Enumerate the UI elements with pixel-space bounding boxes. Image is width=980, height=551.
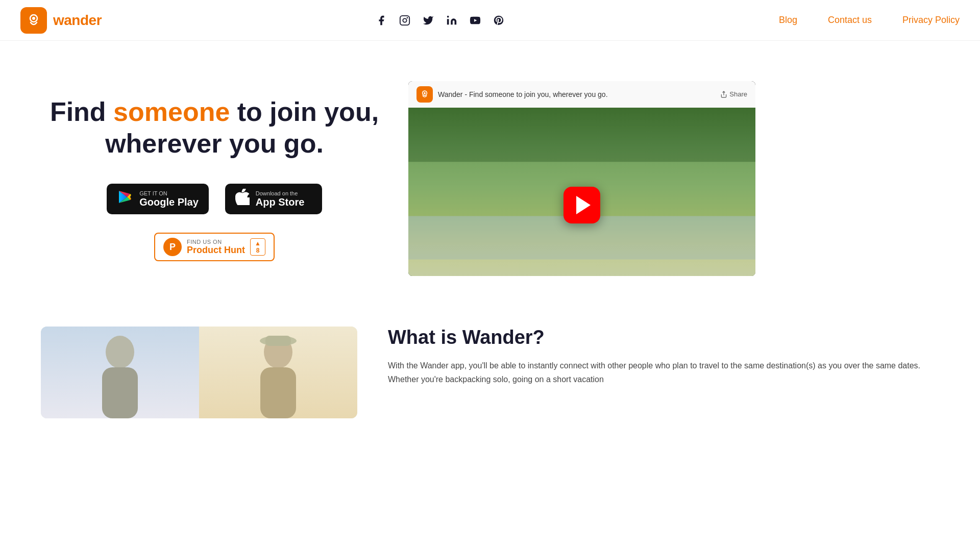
svg-rect-15 <box>102 367 138 418</box>
split-image <box>41 327 357 418</box>
svg-point-1 <box>32 17 35 20</box>
app-store-small-text: Download on the <box>256 190 305 196</box>
logo-area[interactable]: wander <box>20 7 102 34</box>
hero-left: Find someone to join you, wherever you g… <box>41 96 388 262</box>
upvote-count: 8 <box>256 247 260 254</box>
app-store-large-text: App Store <box>256 196 305 208</box>
product-hunt-name: Product Hunt <box>187 245 245 256</box>
product-hunt-text: FIND US ON Product Hunt <box>187 239 245 256</box>
app-store-button[interactable]: Download on the App Store <box>225 184 322 214</box>
video-thumbnail[interactable]: Watch on YouTube Wander <box>408 108 755 277</box>
google-play-icon <box>117 189 133 209</box>
google-play-large-text: Google Play <box>139 196 199 208</box>
photo-collage <box>41 327 357 418</box>
instagram-icon[interactable] <box>398 13 412 28</box>
bottom-section: What is Wander? With the Wander app, you… <box>0 306 980 439</box>
google-play-button[interactable]: GET IT ON Google Play <box>107 184 209 214</box>
google-play-small-text: GET IT ON <box>139 190 199 196</box>
social-icons <box>374 13 506 28</box>
facebook-icon[interactable] <box>374 13 388 28</box>
heading-part2: to join you, <box>230 97 379 127</box>
svg-rect-2 <box>400 15 409 24</box>
video-header: Wander - Find someone to join you, where… <box>408 81 755 108</box>
product-hunt-icon: P <box>163 238 182 256</box>
hero-heading: Find someone to join you, wherever you g… <box>41 96 388 160</box>
app-buttons: GET IT ON Google Play Download on the Ap… <box>41 184 388 214</box>
svg-rect-13 <box>408 259 755 276</box>
apple-icon <box>235 189 250 209</box>
privacy-link[interactable]: Privacy Policy <box>902 15 960 26</box>
product-hunt-small-text: FIND US ON <box>187 239 245 245</box>
person-photo-left <box>41 327 199 418</box>
svg-point-5 <box>447 15 449 17</box>
svg-point-3 <box>403 18 407 22</box>
person-photo-right <box>199 327 357 418</box>
upvote-icon: ▲ <box>255 240 261 247</box>
linkedin-icon[interactable] <box>445 13 459 28</box>
svg-rect-19 <box>265 336 291 346</box>
what-is-description: With the Wander app, you'll be able to i… <box>388 359 939 386</box>
what-is-section: What is Wander? With the Wander app, you… <box>388 327 939 386</box>
youtube-icon[interactable] <box>468 13 482 28</box>
product-hunt-upvote[interactable]: ▲ 8 <box>250 238 265 256</box>
twitter-icon[interactable] <box>421 13 435 28</box>
svg-point-8 <box>424 92 426 94</box>
play-button[interactable] <box>564 187 600 223</box>
pinterest-icon[interactable] <box>492 13 506 28</box>
hero-section: Find someone to join you, wherever you g… <box>0 41 980 306</box>
blog-link[interactable]: Blog <box>779 15 797 26</box>
header: wander Blog Contact us Privacy Policy <box>0 0 980 41</box>
share-label: Share <box>729 90 747 98</box>
nav-links: Blog Contact us Privacy Policy <box>779 15 960 26</box>
contact-link[interactable]: Contact us <box>828 15 872 26</box>
hero-right: Wander - Find someone to join you, where… <box>408 81 755 277</box>
video-share[interactable]: Share <box>720 90 747 98</box>
logo-text: wander <box>53 12 102 29</box>
svg-point-14 <box>106 336 134 368</box>
video-container: Wander - Find someone to join you, where… <box>408 81 755 277</box>
svg-rect-17 <box>260 367 296 418</box>
google-play-text: GET IT ON Google Play <box>139 190 199 208</box>
heading-highlight: someone <box>113 97 230 127</box>
what-is-title: What is Wander? <box>388 327 939 348</box>
heading-line2: wherever you go. <box>105 129 324 158</box>
product-hunt-button[interactable]: P FIND US ON Product Hunt ▲ 8 <box>154 233 275 261</box>
heading-part1: Find <box>50 97 113 127</box>
logo-icon <box>20 7 47 34</box>
app-store-text: Download on the App Store <box>256 190 305 208</box>
svg-point-4 <box>407 17 408 18</box>
video-logo <box>416 86 433 103</box>
video-header-left: Wander - Find someone to join you, where… <box>416 86 608 103</box>
video-title: Wander - Find someone to join you, where… <box>438 90 608 98</box>
